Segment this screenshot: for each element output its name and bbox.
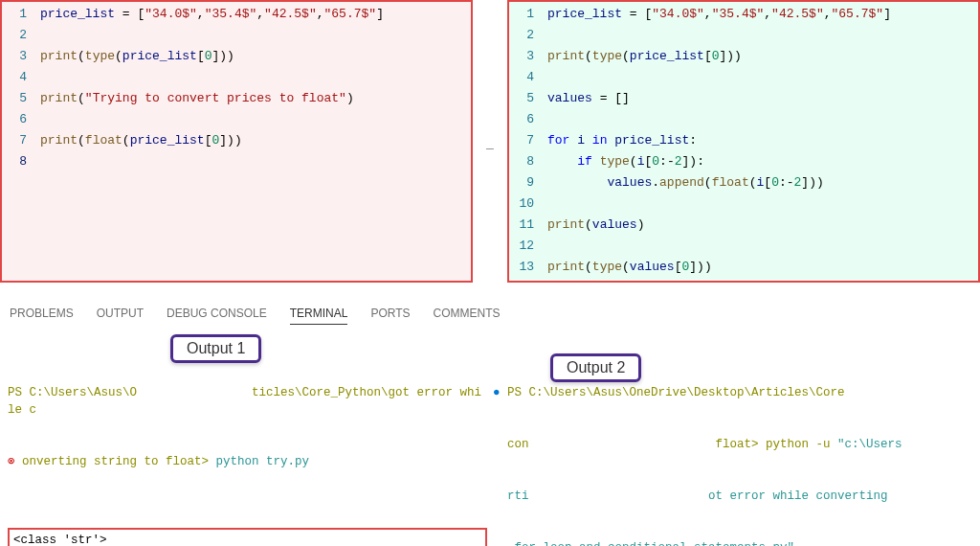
editor-split: 1price_list = ["34.0$","35.4$","42.5$","… [0, 0, 980, 297]
code-line[interactable]: 14 [511, 278, 974, 283]
line-number: 6 [4, 109, 40, 130]
line-number: 4 [4, 67, 40, 88]
code-line[interactable]: 11print(values) [511, 215, 974, 236]
code-line[interactable]: 7for i in price_list: [511, 130, 974, 151]
line-number: 7 [4, 130, 40, 151]
code-content [40, 109, 467, 130]
code-content: values = [] [547, 88, 974, 109]
code-content [547, 67, 974, 88]
tab-output[interactable]: OUTPUT [97, 303, 144, 325]
code-line[interactable]: 1price_list = ["34.0$","35.4$","42.5$","… [511, 4, 974, 25]
output1-label: Output 1 [170, 334, 261, 363]
code-content [547, 236, 974, 257]
terminal-right[interactable]: Output 2 ● PS C:\Users\Asus\OneDrive\Des… [493, 332, 972, 537]
code-line[interactable]: 3print(type(price_list[0])) [4, 46, 467, 67]
line-number: 4 [511, 67, 547, 88]
line-number: 7 [511, 130, 547, 151]
left-code-box: 1price_list = ["34.0$","35.4$","42.5$","… [0, 0, 473, 283]
terminal-area: Output 1 PS C:\Users\Asus\Oxxxxxxxxxxxxx… [0, 325, 980, 545]
bullet-blue-icon: ● [493, 386, 507, 399]
code-line[interactable]: 5values = [] [511, 88, 974, 109]
code-content: print(type(price_list[0])) [40, 46, 467, 67]
terminal-left[interactable]: Output 1 PS C:\Users\Asus\Oxxxxxxxxxxxxx… [8, 332, 487, 537]
code-content: print("Trying to convert prices to float… [40, 88, 467, 109]
code-content: print(type(values[0])) [547, 257, 974, 278]
code-content [40, 25, 467, 46]
code-line[interactable]: 8 [4, 151, 467, 172]
tab-debug-console[interactable]: DEBUG CONSOLE [167, 303, 267, 325]
code-content: for i in price_list: [547, 130, 974, 151]
line-number: 5 [511, 88, 547, 109]
code-content [547, 278, 974, 283]
code-line[interactable]: 2 [4, 25, 467, 46]
code-content: print(values) [547, 215, 974, 236]
code-content [40, 67, 467, 88]
line-number: 3 [511, 46, 547, 67]
right-code-box: 1price_list = ["34.0$","35.4$","42.5$","… [507, 0, 980, 283]
code-line[interactable]: 13print(type(values[0])) [511, 257, 974, 278]
code-line[interactable]: 7print(float(price_list[0])) [4, 130, 467, 151]
code-content [40, 151, 467, 172]
code-line[interactable]: 6 [511, 109, 974, 130]
code-content: print(type(price_list[0])) [547, 46, 974, 67]
line-number: 8 [4, 151, 40, 172]
line-number: 6 [511, 109, 547, 130]
line-number: 11 [511, 215, 547, 236]
line-number: 12 [511, 236, 547, 257]
term-left-prompt2: ⊗ onverting string to float> python try.… [8, 453, 487, 470]
code-line[interactable]: 8 if type(i[0:-2]): [511, 151, 974, 172]
panel-tabs: PROBLEMSOUTPUTDEBUG CONSOLETERMINALPORTS… [0, 297, 980, 325]
code-content [547, 25, 974, 46]
code-line[interactable]: 9 values.append(float(i[0:-2])) [511, 172, 974, 193]
output2-label: Output 2 [550, 353, 641, 382]
line-number: 14 [511, 278, 547, 283]
term-right-line4: xx for loop and conditional statements.p… [493, 539, 972, 546]
tab-terminal[interactable]: TERMINAL [290, 303, 348, 325]
term-right-line3: xxrtixxxxxxxxxxxxxxxxxxxxxxxxxot error w… [493, 488, 972, 505]
term-right-line1: ● PS C:\Users\Asus\OneDrive\Desktop\Arti… [493, 384, 972, 401]
editor-left[interactable]: 1price_list = ["34.0$","35.4$","42.5$","… [0, 0, 473, 297]
code-content: print(float(price_list[0])) [40, 130, 467, 151]
line-number: 2 [511, 25, 547, 46]
terminal-line: <class 'str'> [13, 532, 481, 546]
code-line[interactable]: 6 [4, 109, 467, 130]
term-left-prompt: PS C:\Users\Asus\Oxxxxxxxxxxxxxxxxticles… [8, 384, 487, 419]
line-number: 8 [511, 151, 547, 172]
line-number: 1 [511, 4, 547, 25]
tab-comments[interactable]: COMMENTS [434, 303, 501, 325]
output1-box: <class 'str'>Trying to convert prices to… [8, 528, 487, 546]
code-content: values.append(float(i[0:-2])) [547, 172, 974, 193]
code-content: price_list = ["34.0$","35.4$","42.5$","6… [547, 4, 974, 25]
code-line[interactable]: 10 [511, 193, 974, 215]
line-number: 3 [4, 46, 40, 67]
term-right-line2: xxconxxxxxxxxxxxxxxxxxxxxxxxxx float> py… [493, 436, 972, 453]
line-number: 10 [511, 193, 547, 215]
error-dot-icon: ⊗ [8, 455, 22, 468]
line-number: 9 [511, 172, 547, 193]
code-content [547, 193, 974, 215]
code-content [547, 109, 974, 130]
code-content: price_list = ["34.0$","35.4$","42.5$","6… [40, 4, 467, 25]
line-number: 13 [511, 257, 547, 278]
line-number: 1 [4, 4, 40, 25]
code-line[interactable]: 4 [4, 67, 467, 88]
code-content: if type(i[0:-2]): [547, 151, 974, 172]
line-number: 2 [4, 25, 40, 46]
code-line[interactable]: 5print("Trying to convert prices to floa… [4, 88, 467, 109]
line-number: 5 [4, 88, 40, 109]
code-line[interactable]: 2 [511, 25, 974, 46]
tab-ports[interactable]: PORTS [370, 303, 410, 325]
editor-right[interactable]: 1price_list = ["34.0$","35.4$","42.5$","… [507, 0, 980, 297]
code-line[interactable]: 12 [511, 236, 974, 257]
diff-gutter: — [480, 0, 500, 297]
tab-problems[interactable]: PROBLEMS [10, 303, 74, 325]
code-line[interactable]: 4 [511, 67, 974, 88]
code-line[interactable]: 3print(type(price_list[0])) [511, 46, 974, 67]
code-line[interactable]: 1price_list = ["34.0$","35.4$","42.5$","… [4, 4, 467, 25]
